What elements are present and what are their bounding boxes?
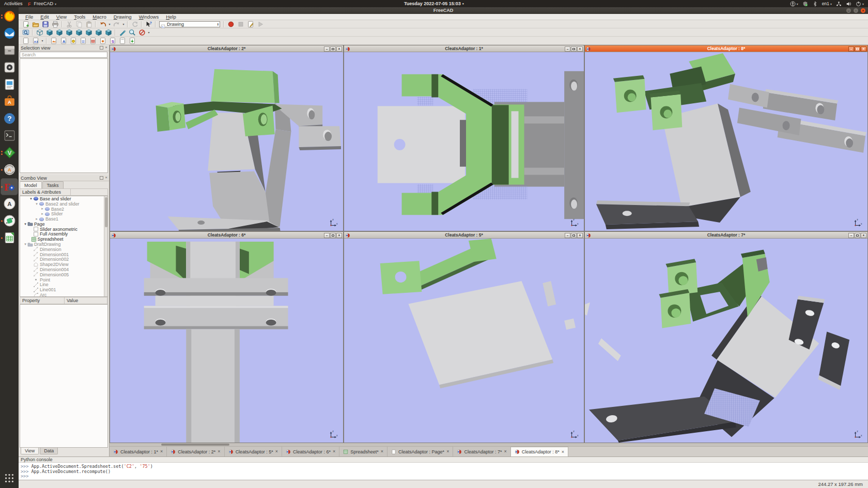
mdi-close-button[interactable]: × [336, 233, 342, 238]
dock-item-thunderbird[interactable] [1, 25, 18, 41]
clip-group-button[interactable] [68, 37, 78, 44]
undo-button[interactable] [98, 20, 107, 28]
tray-item[interactable] [802, 1, 808, 7]
tab-close-icon[interactable]: × [275, 449, 278, 454]
dock-item-help[interactable]: ? [1, 111, 18, 127]
minimize-button[interactable]: – [846, 8, 851, 13]
document-tab-cleatsadaptor-7-[interactable]: CleatsAdaptor : 7*× [453, 447, 510, 456]
mdi-minimize-button[interactable]: – [848, 233, 854, 238]
document-tab-spreadsheet-[interactable]: Spreadsheet*× [339, 447, 388, 456]
chevron-down-icon[interactable]: ▾ [107, 22, 112, 26]
viewport-3d[interactable]: zx [110, 52, 343, 231]
tab-close-icon[interactable]: × [160, 449, 163, 454]
tray-item[interactable] [846, 1, 851, 7]
macro-record-button[interactable] [226, 20, 236, 28]
tree-item-base-and-slider[interactable]: ▾Base and slider [20, 196, 107, 201]
mdi-window-titlebar[interactable]: CleatsAdaptor : 2*–× [110, 45, 343, 52]
menu-drawing[interactable]: Drawing [110, 14, 135, 20]
selection-list[interactable] [20, 58, 108, 173]
tray-item[interactable] [836, 1, 842, 7]
dock-item-terminal[interactable] [1, 128, 18, 144]
app-menu-button[interactable]: F FreeCAD ▾ [28, 1, 57, 6]
property-editor[interactable] [20, 304, 108, 448]
tab-close-icon[interactable]: × [218, 449, 220, 454]
menu-edit[interactable]: Edit [37, 14, 52, 20]
viewport-3d[interactable]: zx [344, 239, 584, 443]
mdi-close-button[interactable]: × [577, 233, 583, 238]
show-applications-button[interactable] [1, 470, 18, 486]
save-document-button[interactable] [40, 20, 50, 28]
maximize-button[interactable]: ▫ [854, 8, 858, 13]
mdi-minimize-button[interactable]: – [565, 46, 570, 52]
whats-this-button[interactable]: ? [144, 20, 153, 28]
mdi-close-button[interactable]: × [577, 46, 583, 52]
tab-data[interactable]: Data [40, 448, 58, 454]
chevron-down-icon[interactable]: ▾ [121, 22, 126, 26]
view-rear-button[interactable] [84, 28, 94, 36]
tab-close-icon[interactable]: × [333, 449, 335, 454]
menu-tools[interactable]: Tools [70, 14, 89, 20]
symbol-button[interactable]: S [107, 37, 117, 44]
viewport-3d[interactable]: zx [585, 239, 867, 443]
mdi-scrollbar-thumb[interactable] [161, 444, 229, 446]
menu-view[interactable]: View [53, 14, 70, 20]
tab-view[interactable]: View [21, 448, 39, 454]
print-button[interactable] [50, 20, 60, 28]
menu-windows[interactable]: Windows [135, 14, 163, 20]
tree-item-arc[interactable]: Arc [20, 292, 107, 297]
menu-file[interactable]: File [22, 14, 37, 20]
dock-item-media-player[interactable] [1, 59, 18, 75]
viewport-3d[interactable]: zx [585, 52, 867, 231]
dock-item-ubuntu-software[interactable]: A [1, 93, 18, 109]
tab-close-icon[interactable]: × [381, 449, 383, 454]
tray-item[interactable]: en1▾ [822, 1, 832, 6]
mdi-window-titlebar[interactable]: CleatsAdaptor : 8*–× [585, 45, 867, 52]
expander-open-icon[interactable]: ▾ [23, 242, 27, 246]
mdi-close-button[interactable]: × [861, 46, 866, 52]
mdi-window-titlebar[interactable]: CleatsAdaptor : 6*–× [110, 232, 343, 239]
document-tab-cleatsadaptor-1-[interactable]: CleatsAdaptor : 1*× [110, 447, 167, 456]
document-tab-cleatsadaptor-page-[interactable]: CleatsAdaptor : Page*× [388, 447, 453, 456]
save-page-button[interactable] [127, 37, 137, 44]
close-button[interactable]: × [861, 8, 865, 13]
panel-close-icon[interactable]: × [105, 176, 107, 180]
panel-close-icon[interactable]: × [105, 45, 107, 50]
redo-button[interactable] [112, 20, 121, 28]
cut-button[interactable] [64, 20, 74, 28]
document-tab-cleatsadaptor-6-[interactable]: CleatsAdaptor : 6*× [282, 447, 339, 456]
workbench-selector[interactable]: Drawing▴▾ [159, 21, 220, 27]
expander-closed-icon[interactable]: ▸ [35, 217, 39, 221]
tray-item[interactable]: ▾ [856, 1, 864, 7]
macro-edit-button[interactable] [245, 20, 255, 28]
copy-button[interactable] [74, 20, 84, 28]
dock-item-gvim[interactable]: V [1, 145, 18, 161]
zoom-in-button[interactable] [127, 28, 137, 36]
annotation-button[interactable]: A [58, 37, 68, 44]
tree-item-slider[interactable]: ▸Slider [20, 211, 107, 216]
clock-label[interactable]: Tuesday 2022-07-05 15:03 [404, 1, 461, 6]
dock-item-libreoffice-calc[interactable] [1, 230, 18, 246]
mdi-window-titlebar[interactable]: CleatsAdaptor : 5*–× [344, 232, 584, 239]
mdi-close-button[interactable]: × [861, 233, 866, 238]
tab-close-icon[interactable]: × [504, 449, 506, 454]
tab-tasks[interactable]: Tasks [42, 181, 64, 188]
tray-item[interactable] [812, 1, 818, 7]
panel-float-icon[interactable] [100, 46, 103, 50]
mdi-maximize-button[interactable] [571, 233, 577, 238]
ortho-views-button[interactable] [98, 37, 107, 44]
tab-close-icon[interactable]: × [446, 449, 449, 454]
view-axonometric-button[interactable] [44, 28, 54, 36]
dock-item-libreoffice-impress[interactable] [1, 76, 18, 92]
tab-model[interactable]: Model [20, 181, 42, 188]
insert-view-button[interactable] [49, 37, 58, 44]
template-button[interactable] [117, 37, 127, 44]
draw-style-button[interactable] [35, 28, 44, 36]
mdi-minimize-button[interactable]: – [565, 233, 570, 238]
expander-closed-icon[interactable]: ▸ [40, 207, 44, 211]
viewport-3d[interactable]: zx [110, 239, 343, 443]
mdi-maximize-button[interactable] [855, 46, 860, 52]
new-a3-page-button[interactable]: A3 [30, 37, 40, 44]
activities-button[interactable]: Activities [4, 1, 23, 6]
mdi-window-titlebar[interactable]: CleatsAdaptor : 7*–× [585, 232, 867, 239]
macro-execute-button[interactable] [255, 20, 265, 28]
